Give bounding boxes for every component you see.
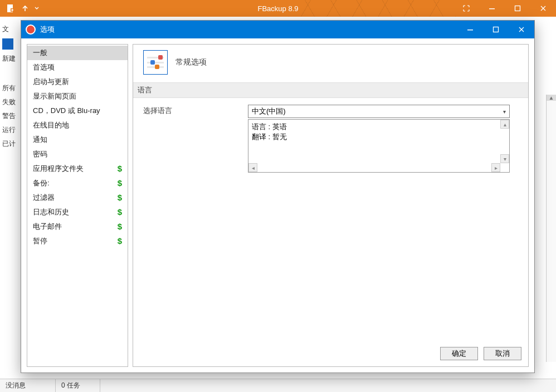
select-language-label: 选择语言 — [143, 105, 243, 116]
left-strip-item[interactable]: 警告 — [0, 109, 20, 123]
sidebar-item[interactable]: CD，DVD 或 Blu-ray — [27, 104, 128, 118]
left-strip-item[interactable]: 所有 — [0, 81, 20, 95]
dialog-maximize-icon[interactable] — [483, 21, 509, 38]
dialog-close-icon[interactable] — [509, 21, 534, 38]
cancel-button[interactable]: 取消 — [484, 347, 521, 360]
left-strip-item: 文 — [0, 22, 20, 36]
sidebar-item-label: 显示新闻页面 — [33, 91, 76, 101]
section-language-header: 语言 — [133, 82, 528, 98]
sidebar-item-label: 日志和历史 — [33, 207, 69, 217]
dialog-title: 选项 — [40, 24, 55, 35]
sidebar-item[interactable]: 日志和历史$ — [27, 205, 128, 219]
new-button-icon[interactable] — [2, 38, 13, 50]
sidebar-item-label: 首选项 — [33, 62, 55, 72]
scroll-left-icon[interactable]: ◂ — [248, 163, 257, 172]
sidebar-item-label: 备份: — [33, 178, 50, 188]
language-info-line: 语言 : 英语 — [252, 122, 506, 132]
close-icon[interactable] — [530, 0, 556, 17]
sidebar-item-label: 通知 — [33, 135, 47, 145]
dialog-minimize-icon[interactable] — [457, 21, 483, 38]
sidebar-item-label: CD，DVD 或 Blu-ray — [33, 106, 100, 116]
scroll-up-icon[interactable]: ▲ — [547, 95, 556, 101]
sidebar-item-label: 过滤器 — [33, 193, 55, 203]
status-messages: 没消息 — [0, 379, 56, 392]
upload-icon[interactable] — [19, 2, 31, 14]
sidebar-item-label: 暂停 — [33, 236, 47, 246]
maximize-icon[interactable] — [505, 0, 530, 17]
sidebar-item-label: 密码 — [33, 149, 47, 159]
ok-button[interactable]: 确定 — [440, 347, 478, 360]
svg-rect-2 — [489, 8, 495, 9]
app-statusbar: 没消息 0 任务 — [0, 379, 556, 392]
dialog-app-icon — [26, 24, 36, 35]
settings-main-panel: 常规选项 语言 选择语言 中文(中国) ▾ 语言 : 英语 翻译 : 暂无 ▴ — [133, 44, 529, 367]
sidebar-item[interactable]: 通知 — [27, 133, 128, 147]
settings-sidebar: 一般首选项启动与更新显示新闻页面CD，DVD 或 Blu-ray在线目的地通知密… — [27, 44, 128, 367]
sidebar-item-label: 一般 — [33, 48, 47, 58]
premium-icon: $ — [118, 193, 122, 203]
right-scrollbar[interactable]: ▲ — [546, 95, 556, 362]
new-file-icon[interactable] — [4, 2, 17, 14]
app-titlebar: FBackup 8.9 — [0, 0, 556, 17]
sidebar-item-label: 启动与更新 — [33, 77, 69, 87]
app-title: FBackup 8.9 — [258, 4, 299, 13]
language-dropdown[interactable]: 中文(中国) ▾ — [248, 105, 510, 118]
sidebar-item[interactable]: 应用程序文件夹$ — [27, 161, 128, 176]
general-options-icon — [143, 50, 168, 75]
left-strip-item[interactable]: 运行 — [0, 123, 20, 137]
premium-icon: $ — [118, 207, 122, 217]
sidebar-item[interactable]: 一般 — [27, 46, 128, 60]
fullscreen-icon[interactable] — [453, 0, 479, 17]
scroll-up-icon[interactable]: ▴ — [500, 120, 509, 129]
premium-icon: $ — [118, 164, 122, 174]
sidebar-item[interactable]: 过滤器$ — [27, 190, 128, 205]
scroll-right-icon[interactable]: ▸ — [491, 163, 500, 172]
sidebar-item[interactable]: 启动与更新 — [27, 75, 128, 89]
premium-icon: $ — [118, 178, 122, 188]
sidebar-item[interactable]: 电子邮件$ — [27, 219, 128, 234]
svg-rect-3 — [515, 6, 520, 11]
sidebar-item[interactable]: 显示新闻页面 — [27, 89, 128, 104]
scroll-down-icon[interactable]: ▾ — [500, 154, 509, 163]
sidebar-item[interactable]: 密码 — [27, 147, 128, 161]
sidebar-item[interactable]: 暂停$ — [27, 234, 128, 248]
sidebar-item-label: 在线目的地 — [33, 120, 69, 130]
dialog-titlebar: 选项 — [21, 21, 534, 38]
language-info-line: 翻译 : 暂无 — [252, 132, 506, 142]
sidebar-item[interactable]: 备份:$ — [27, 176, 128, 190]
sidebar-item[interactable]: 首选项 — [27, 60, 128, 75]
left-strip-item[interactable]: 已计 — [0, 137, 20, 151]
premium-icon: $ — [118, 222, 122, 232]
sidebar-item-label: 应用程序文件夹 — [33, 164, 84, 174]
language-info-box: 语言 : 英语 翻译 : 暂无 ▴ ▾ ◂ ▸ — [248, 119, 510, 173]
sidebar-item[interactable]: 在线目的地 — [27, 118, 128, 133]
panel-title: 常规选项 — [175, 57, 207, 67]
status-tasks: 0 任务 — [56, 379, 100, 392]
dropdown-icon[interactable] — [33, 2, 40, 14]
language-dropdown-value: 中文(中国) — [252, 106, 286, 116]
svg-rect-4 — [467, 30, 473, 31]
left-strip-item[interactable]: 失败 — [0, 95, 20, 109]
minimize-icon[interactable] — [479, 0, 505, 17]
left-strip-item[interactable]: 新建 — [0, 52, 20, 66]
options-dialog: 选项 一般首选项启动与更新显示新闻页面CD，DVD 或 Blu-ray在线目的地… — [21, 20, 535, 373]
premium-icon: $ — [118, 236, 122, 246]
sidebar-item-label: 电子邮件 — [33, 222, 62, 232]
chevron-down-icon: ▾ — [503, 109, 506, 115]
svg-rect-5 — [494, 27, 499, 32]
app-left-strip: 文 新建 所有 失败 警告 运行 已计 — [0, 22, 20, 151]
